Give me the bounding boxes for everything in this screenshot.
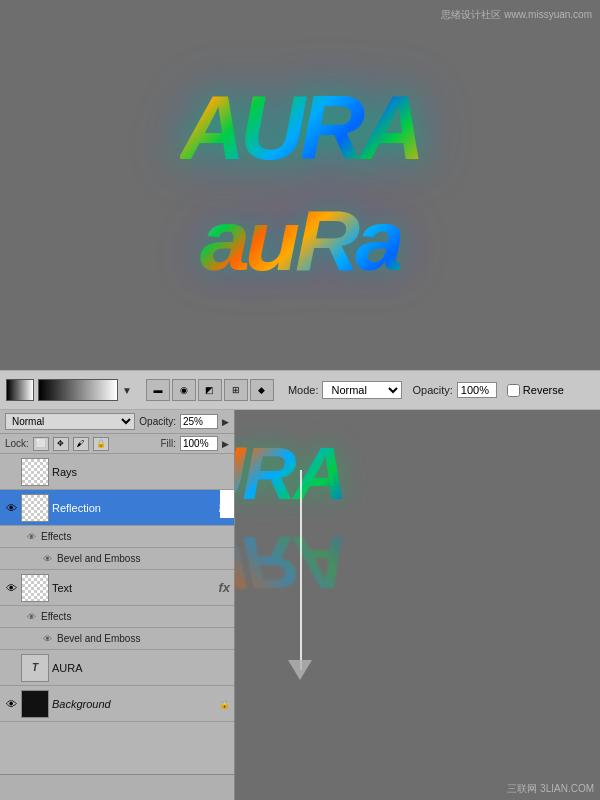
aura-text-bottom: auRa	[200, 193, 400, 291]
layer-name: Text	[52, 582, 215, 594]
top-canvas: 思绪设计社区 www.missyuan.com AURA auRa	[0, 0, 600, 370]
aura-text-top: AURA	[180, 77, 420, 180]
layers-lock-row: Lock: ⬜ ✥ 🖌 🔒 Fill: ▶	[0, 434, 234, 454]
layer-name: Background	[52, 698, 216, 710]
lock-image-btn[interactable]: 🖌	[73, 437, 89, 451]
reverse-checkbox[interactable]	[507, 384, 520, 397]
lock-move-btn[interactable]: ✥	[53, 437, 69, 451]
sub-visibility-icon[interactable]: 👁	[24, 530, 38, 544]
layer-thumbnail	[21, 690, 49, 718]
radial-gradient-btn[interactable]: ◉	[172, 379, 196, 401]
opacity-input[interactable]	[457, 382, 497, 398]
fx-badge: fx	[218, 580, 230, 595]
visibility-icon[interactable]: 👁	[4, 697, 18, 711]
layer-thumbnail	[21, 574, 49, 602]
visibility-icon[interactable]: 👁	[4, 581, 18, 595]
gradient-arrow[interactable]: ▼	[122, 385, 132, 396]
layer-name: Reflection	[52, 502, 215, 514]
bevel-emboss-row: 👁 Bevel and Emboss	[0, 628, 234, 650]
layer-opacity-input[interactable]	[180, 414, 218, 429]
effects-row: 👁 Effects	[0, 526, 234, 548]
effects-label: Effects	[41, 611, 71, 622]
watermark-top: 思绪设计社区 www.missyuan.com	[441, 8, 592, 22]
layer-opacity-arrow[interactable]: ▶	[222, 417, 229, 427]
reverse-label: Reverse	[523, 384, 564, 396]
diamond-gradient-btn[interactable]: ◆	[250, 379, 274, 401]
bottom-section: AURA AURA 三联网 3LIAN.COM Normal Opacity: …	[0, 410, 600, 800]
bevel-emboss-row: 👁 Bevel and Emboss	[0, 548, 234, 570]
layer-name: AURA	[52, 662, 230, 674]
sub-visibility-icon[interactable]: 👁	[40, 632, 54, 646]
layer-row[interactable]: T AURA	[0, 650, 234, 686]
layer-opacity-label: Opacity:	[139, 416, 176, 427]
gradient-toolbar: ▼ ▬ ◉ ◩ ⊞ ◆ Mode: Normal Opacity: Revers…	[0, 370, 600, 410]
lock-all-btn[interactable]: 🔒	[93, 437, 109, 451]
layer-thumbnail: T	[21, 654, 49, 682]
text-thumb: T	[22, 655, 48, 681]
layer-row[interactable]: Rays	[0, 454, 234, 490]
visibility-icon[interactable]	[4, 661, 18, 675]
layers-panel: Normal Opacity: ▶ Lock: ⬜ ✥ 🖌 🔒 Fill: ▶	[0, 410, 235, 800]
fill-label: Fill:	[160, 438, 176, 449]
sub-visibility-icon[interactable]: 👁	[24, 610, 38, 624]
layers-bottom-bar	[0, 774, 234, 800]
layer-row[interactable]: 👁 Text fx	[0, 570, 234, 606]
visibility-icon[interactable]	[4, 465, 18, 479]
reverse-option: Reverse	[507, 384, 564, 397]
effects-label: Effects	[41, 531, 71, 542]
effects-row: 👁 Effects	[0, 606, 234, 628]
layer-row[interactable]: 👁 Reflection fx	[0, 490, 234, 526]
lock-label: Lock:	[5, 438, 29, 449]
watermark-bottom: 三联网 3LIAN.COM	[507, 782, 594, 796]
visibility-icon[interactable]: 👁	[4, 501, 18, 515]
mode-label: Mode:	[288, 384, 319, 396]
gradient-preview[interactable]	[38, 379, 118, 401]
reflected-gradient-btn[interactable]: ⊞	[224, 379, 248, 401]
opacity-label: Opacity:	[412, 384, 452, 396]
mode-select[interactable]: Normal	[322, 381, 402, 399]
lock-icon: 🔒	[219, 699, 230, 709]
layer-name: Rays	[52, 466, 230, 478]
layers-header: Normal Opacity: ▶	[0, 410, 234, 434]
arrow-line	[300, 470, 302, 670]
linear-gradient-btn[interactable]: ▬	[146, 379, 170, 401]
lock-pixels-btn[interactable]: ⬜	[33, 437, 49, 451]
layers-list: Rays 👁 Reflection fx 👁 Effects 👁 Bevel a…	[0, 454, 234, 774]
layer-row[interactable]: 👁 Background 🔒	[0, 686, 234, 722]
sub-visibility-icon[interactable]: 👁	[40, 552, 54, 566]
arrow-head	[288, 660, 312, 680]
bevel-label: Bevel and Emboss	[57, 553, 140, 564]
layer-mode-select[interactable]: Normal	[5, 413, 135, 430]
fill-arrow[interactable]: ▶	[222, 439, 229, 449]
layer-thumbnail	[21, 494, 49, 522]
angle-gradient-btn[interactable]: ◩	[198, 379, 222, 401]
layer-thumbnail	[21, 458, 49, 486]
fill-input[interactable]	[180, 436, 218, 451]
bevel-label: Bevel and Emboss	[57, 633, 140, 644]
foreground-swatch[interactable]	[6, 379, 34, 401]
shape-options: ▬ ◉ ◩ ⊞ ◆	[146, 379, 274, 401]
